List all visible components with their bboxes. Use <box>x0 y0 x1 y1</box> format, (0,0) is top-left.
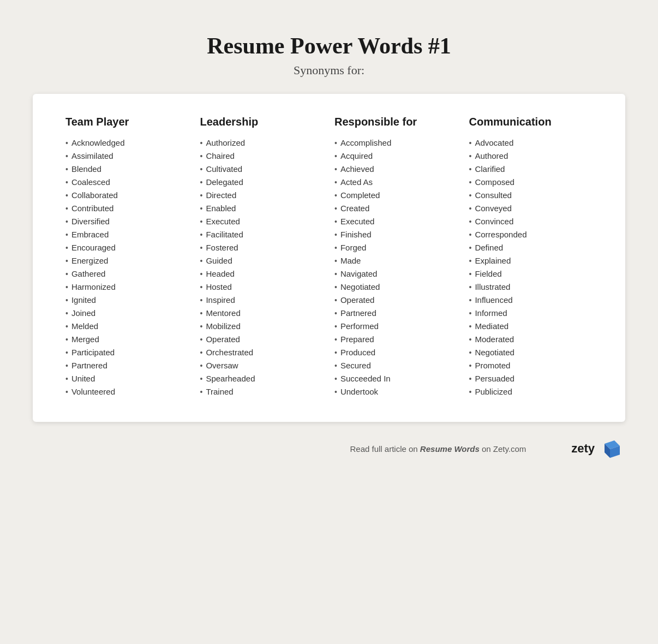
list-item: Prepared <box>334 335 458 344</box>
list-item: Mediated <box>469 321 593 331</box>
list-item: Guided <box>200 256 324 265</box>
list-item: Oversaw <box>200 361 324 370</box>
list-item: Defined <box>469 243 593 252</box>
list-item: Mobilized <box>200 321 324 331</box>
list-item: Ignited <box>65 295 189 305</box>
list-item: Fostered <box>200 243 324 252</box>
list-item: Conveyed <box>469 204 593 213</box>
list-item: Consulted <box>469 190 593 200</box>
list-item: Operated <box>334 295 458 305</box>
zety-logo: zety <box>571 438 620 459</box>
column-header-3: Communication <box>469 116 593 128</box>
list-item: Embraced <box>65 230 189 239</box>
list-item: Headed <box>200 269 324 278</box>
list-item: Delegated <box>200 177 324 187</box>
list-item: Hosted <box>200 282 324 291</box>
list-item: Acknowledged <box>65 138 189 147</box>
list-item: Completed <box>334 190 458 200</box>
list-item: Finished <box>334 230 458 239</box>
list-item: Orchestrated <box>200 348 324 357</box>
word-list-1: AuthorizedChairedCultivatedDelegatedDire… <box>200 138 324 396</box>
list-item: Enabled <box>200 204 324 213</box>
list-item: Publicized <box>469 387 593 396</box>
list-item: Illustrated <box>469 282 593 291</box>
list-item: Promoted <box>469 361 593 370</box>
list-item: Participated <box>65 348 189 357</box>
list-item: Fielded <box>469 269 593 278</box>
list-item: Negotiated <box>469 348 593 357</box>
list-item: Operated <box>200 335 324 344</box>
list-item: Partnered <box>334 308 458 318</box>
zety-cube-icon <box>599 438 620 459</box>
list-item: Negotiated <box>334 282 458 291</box>
column-header-0: Team Player <box>65 116 189 128</box>
word-list-3: AdvocatedAuthoredClarifiedComposedConsul… <box>469 138 593 396</box>
list-item: Gathered <box>65 269 189 278</box>
list-item: Authored <box>469 151 593 160</box>
list-item: Trained <box>200 387 324 396</box>
list-item: Spearheaded <box>200 374 324 383</box>
footer-text: Read full article on Resume Words on Zet… <box>305 444 572 454</box>
list-item: Corresponded <box>469 230 593 239</box>
list-item: Forged <box>334 243 458 252</box>
list-item: Blended <box>65 164 189 174</box>
list-item: Explained <box>469 256 593 265</box>
list-item: Authorized <box>200 138 324 147</box>
list-item: Acted As <box>334 177 458 187</box>
list-item: Directed <box>200 190 324 200</box>
content-card: Team PlayerAcknowledgedAssimilatedBlende… <box>33 94 625 422</box>
list-item: Mentored <box>200 308 324 318</box>
list-item: Acquired <box>334 151 458 160</box>
list-item: Melded <box>65 321 189 331</box>
word-list-0: AcknowledgedAssimilatedBlendedCoalescedC… <box>65 138 189 396</box>
list-item: Informed <box>469 308 593 318</box>
list-item: Executed <box>334 217 458 226</box>
list-item: Advocated <box>469 138 593 147</box>
list-item: United <box>65 374 189 383</box>
list-item: Joined <box>65 308 189 318</box>
list-item: Partnered <box>65 361 189 370</box>
list-item: Made <box>334 256 458 265</box>
list-item: Cultivated <box>200 164 324 174</box>
list-item: Facilitated <box>200 230 324 239</box>
columns-grid: Team PlayerAcknowledgedAssimilatedBlende… <box>60 116 598 400</box>
list-item: Achieved <box>334 164 458 174</box>
list-item: Contributed <box>65 204 189 213</box>
list-item: Succeeded In <box>334 374 458 383</box>
list-item: Executed <box>200 217 324 226</box>
list-item: Influenced <box>469 295 593 305</box>
list-item: Diversified <box>65 217 189 226</box>
column-header-1: Leadership <box>200 116 324 128</box>
list-item: Coalesced <box>65 177 189 187</box>
list-item: Secured <box>334 361 458 370</box>
list-item: Volunteered <box>65 387 189 396</box>
list-item: Navigated <box>334 269 458 278</box>
list-item: Moderated <box>469 335 593 344</box>
page-subtitle: Synonyms for: <box>294 63 364 77</box>
list-item: Undertook <box>334 387 458 396</box>
column-header-2: Responsible for <box>334 116 458 128</box>
list-item: Assimilated <box>65 151 189 160</box>
list-item: Merged <box>65 335 189 344</box>
list-item: Clarified <box>469 164 593 174</box>
list-item: Produced <box>334 348 458 357</box>
list-item: Chaired <box>200 151 324 160</box>
footer: Read full article on Resume Words on Zet… <box>33 438 625 459</box>
column-2: Responsible forAccomplishedAcquiredAchie… <box>329 116 464 400</box>
page-title: Resume Power Words #1 <box>207 33 451 59</box>
list-item: Performed <box>334 321 458 331</box>
column-0: Team PlayerAcknowledgedAssimilatedBlende… <box>60 116 195 400</box>
list-item: Inspired <box>200 295 324 305</box>
zety-brand-text: zety <box>571 442 595 456</box>
list-item: Persuaded <box>469 374 593 383</box>
list-item: Accomplished <box>334 138 458 147</box>
list-item: Composed <box>469 177 593 187</box>
column-3: CommunicationAdvocatedAuthoredClarifiedC… <box>464 116 599 400</box>
list-item: Harmonized <box>65 282 189 291</box>
list-item: Convinced <box>469 217 593 226</box>
list-item: Created <box>334 204 458 213</box>
word-list-2: AccomplishedAcquiredAchievedActed AsComp… <box>334 138 458 396</box>
list-item: Encouraged <box>65 243 189 252</box>
column-1: LeadershipAuthorizedChairedCultivatedDel… <box>195 116 330 400</box>
list-item: Energized <box>65 256 189 265</box>
